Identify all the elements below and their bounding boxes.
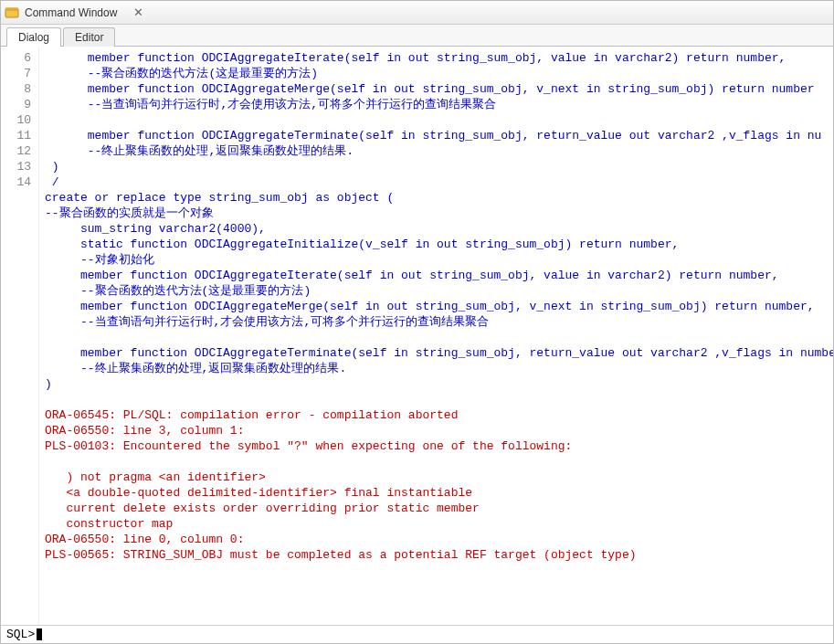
sql-prompt: SQL> xyxy=(6,628,35,641)
code-line: --终止聚集函数的处理,返回聚集函数处理的结果. xyxy=(45,362,346,375)
sql-prompt-row[interactable]: SQL> xyxy=(1,625,833,643)
code-line: static function ODCIAggregateInitialize(… xyxy=(45,238,679,251)
tab-strip: Dialog Editor xyxy=(1,25,833,47)
gutter-line: 12 xyxy=(16,144,31,158)
titlebar: Command Window ✕ xyxy=(1,1,833,25)
gutter-line: 10 xyxy=(16,113,31,127)
code-line: member function ODCIAggregateTerminate(s… xyxy=(45,346,833,360)
gutter-line: 9 xyxy=(24,98,31,111)
code-line: --当查询语句并行运行时,才会使用该方法,可将多个并行运行的查询结果聚合 xyxy=(45,315,489,329)
svg-rect-1 xyxy=(5,8,18,11)
code-line: ) xyxy=(45,377,52,391)
gutter-line: 8 xyxy=(24,82,31,96)
error-line: PLS-00103: Encountered the symbol "?" wh… xyxy=(45,439,572,453)
code-line: --聚合函数的迭代方法(这是最重要的方法) xyxy=(45,67,318,80)
code-line: member function ODCIAggregateMerge(self … xyxy=(45,82,815,96)
tab-editor[interactable]: Editor xyxy=(63,27,115,47)
error-line: current delete exists order overriding p… xyxy=(45,501,480,515)
code-line: --聚合函数的实质就是一个对象 xyxy=(45,206,214,220)
gutter-line: 14 xyxy=(16,175,31,189)
gutter-line: 6 xyxy=(24,51,31,65)
code-line: / xyxy=(45,175,59,189)
error-line: ORA-06550: line 3, column 1: xyxy=(45,424,244,438)
code-line: member function ODCIAggregateIterate(sel… xyxy=(45,269,779,282)
gutter-line: 13 xyxy=(16,160,31,174)
line-gutter: 6 7 8 9 10 11 12 13 14 xyxy=(1,47,39,625)
error-line: ) not pragma <an identifier> xyxy=(45,470,266,484)
code-line: --当查询语句并行运行时,才会使用该方法,可将多个并行运行的查询结果聚合 xyxy=(45,98,496,111)
code-line: member function ODCIAggregateTerminate(s… xyxy=(45,129,821,143)
error-line: PLS-00565: STRING_SUM_OBJ must be comple… xyxy=(45,548,637,562)
gutter-line: 7 xyxy=(24,67,31,80)
code-line: member function ODCIAggregateIterate(sel… xyxy=(45,51,786,65)
editor-area[interactable]: 6 7 8 9 10 11 12 13 14 member function O… xyxy=(1,47,833,625)
code-line: member function ODCIAggregateMerge(self … xyxy=(45,300,815,313)
code-line: --对象初始化 xyxy=(45,253,154,267)
code-line: ) xyxy=(45,160,59,174)
code-line: --聚合函数的迭代方法(这是最重要的方法) xyxy=(45,284,311,298)
error-line: ORA-06545: PL/SQL: compilation error - c… xyxy=(45,408,458,422)
code-line: sum_string varchar2(4000), xyxy=(45,222,266,236)
code-line: create or replace type string_sum_obj as… xyxy=(45,191,394,205)
cursor xyxy=(37,628,42,640)
app-icon xyxy=(5,5,19,20)
gutter-line: 11 xyxy=(16,129,31,143)
code-body[interactable]: member function ODCIAggregateIterate(sel… xyxy=(39,47,833,625)
error-line: constructor map xyxy=(45,517,173,531)
tab-dialog[interactable]: Dialog xyxy=(6,27,61,47)
error-line: ORA-06550: line 0, column 0: xyxy=(45,533,244,546)
error-line: <a double-quoted delimited-identifier> f… xyxy=(45,486,472,500)
close-icon[interactable]: ✕ xyxy=(130,5,147,19)
code-line: --终止聚集函数的处理,返回聚集函数处理的结果. xyxy=(45,144,354,158)
window-title: Command Window xyxy=(25,6,117,19)
command-window: Command Window ✕ Dialog Editor 6 7 8 9 1… xyxy=(0,0,834,644)
